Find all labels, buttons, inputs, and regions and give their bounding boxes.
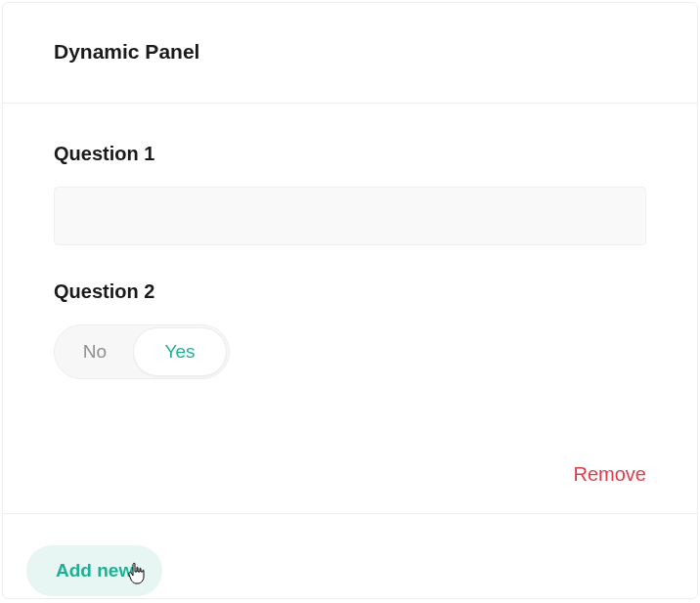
question-1-block: Question 1 xyxy=(54,143,646,245)
remove-row: Remove xyxy=(54,414,646,486)
question-2-block: Question 2 No Yes xyxy=(54,280,646,379)
panel-header: Dynamic Panel xyxy=(3,3,697,104)
panel-body: Question 1 Question 2 No Yes Remove xyxy=(3,104,697,514)
dynamic-panel: Dynamic Panel Question 1 Question 2 No Y… xyxy=(2,2,698,599)
question-1-input[interactable] xyxy=(54,187,646,245)
boolean-option-yes[interactable]: Yes xyxy=(133,327,227,376)
boolean-option-no[interactable]: No xyxy=(57,327,133,376)
question-2-title: Question 2 xyxy=(54,280,646,303)
add-new-button[interactable]: Add new xyxy=(26,545,162,596)
panel-title: Dynamic Panel xyxy=(54,40,646,64)
remove-button[interactable]: Remove xyxy=(574,463,646,485)
question-2-boolean-switch[interactable]: No Yes xyxy=(54,324,230,379)
question-1-title: Question 1 xyxy=(54,143,646,165)
panel-footer: Add new xyxy=(3,514,697,603)
